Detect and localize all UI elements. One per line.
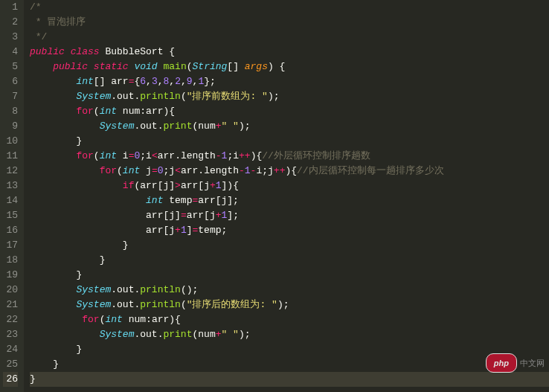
line-number: 5 <box>3 60 18 74</box>
watermark-logo: php 中文网 <box>486 353 545 373</box>
code-line[interactable]: for(int num:arr){ <box>30 312 549 327</box>
line-number: 24 <box>3 342 18 357</box>
brand-suffix: 中文网 <box>520 356 545 370</box>
line-number: 1 <box>3 0 18 15</box>
line-number-gutter: 1 2 3 4 5 6 7 8 9 10 11 12 13 14 15 16 1… <box>0 0 24 392</box>
code-line[interactable]: for(int j=0;j<arr.length-1-i;j++){//内层循环… <box>30 164 549 179</box>
line-number: 8 <box>3 104 18 119</box>
code-line[interactable]: } <box>30 268 549 283</box>
line-number: 13 <box>3 179 18 193</box>
code-line[interactable]: System.out.println(); <box>30 283 549 298</box>
code-line[interactable]: public class BubbleSort { <box>30 45 549 60</box>
brand-pill-icon: php <box>486 353 517 373</box>
line-number: 14 <box>3 193 18 208</box>
line-number: 7 <box>3 89 18 104</box>
code-line[interactable]: } <box>30 238 549 253</box>
line-number: 17 <box>3 238 18 253</box>
line-number: 18 <box>3 253 18 268</box>
code-line[interactable]: for(int num:arr){ <box>30 104 549 119</box>
code-line[interactable]: arr[j]=arr[j+1]; <box>30 208 549 223</box>
line-number: 2 <box>3 15 18 30</box>
code-line[interactable]: System.out.print(num+" "); <box>30 327 549 342</box>
code-line[interactable]: */ <box>30 30 549 45</box>
code-line[interactable]: System.out.println("排序后的数组为: "); <box>30 298 549 312</box>
line-number: 12 <box>3 164 18 179</box>
line-number: 22 <box>3 312 18 327</box>
code-line[interactable]: } <box>30 372 549 387</box>
line-number: 23 <box>3 327 18 342</box>
code-line[interactable]: if(arr[j]>arr[j+1]){ <box>30 179 549 193</box>
code-area[interactable]: /* * 冒泡排序 */ public class BubbleSort { p… <box>24 0 549 392</box>
code-line[interactable]: int[] arr={6,3,8,2,9,1}; <box>30 74 549 89</box>
code-line[interactable]: arr[j+1]=temp; <box>30 223 549 238</box>
code-line[interactable]: * 冒泡排序 <box>30 15 549 30</box>
code-line[interactable]: } <box>30 253 549 268</box>
line-number: 11 <box>3 149 18 164</box>
line-number: 25 <box>3 357 18 372</box>
line-number: 15 <box>3 208 18 223</box>
line-number: 4 <box>3 45 18 60</box>
code-line[interactable]: } <box>30 134 549 149</box>
code-line[interactable]: System.out.println("排序前数组为: "); <box>30 89 549 104</box>
code-line[interactable]: } <box>30 342 549 357</box>
line-number: 19 <box>3 268 18 283</box>
code-line[interactable]: } <box>30 357 549 372</box>
code-editor[interactable]: 1 2 3 4 5 6 7 8 9 10 11 12 13 14 15 16 1… <box>0 0 549 392</box>
code-line[interactable]: public static void main(String[] args) { <box>30 60 549 74</box>
line-number: 9 <box>3 119 18 134</box>
line-number: 3 <box>3 30 18 45</box>
line-number: 20 <box>3 283 18 298</box>
code-line[interactable]: for(int i=0;i<arr.length-1;i++){//外层循环控制… <box>30 149 549 164</box>
code-line[interactable]: /* <box>30 0 549 15</box>
code-line[interactable]: System.out.print(num+" "); <box>30 119 549 134</box>
line-number: 26 <box>3 372 18 387</box>
line-number: 16 <box>3 223 18 238</box>
code-line[interactable]: int temp=arr[j]; <box>30 193 549 208</box>
line-number: 6 <box>3 74 18 89</box>
line-number: 21 <box>3 298 18 312</box>
line-number: 10 <box>3 134 18 149</box>
